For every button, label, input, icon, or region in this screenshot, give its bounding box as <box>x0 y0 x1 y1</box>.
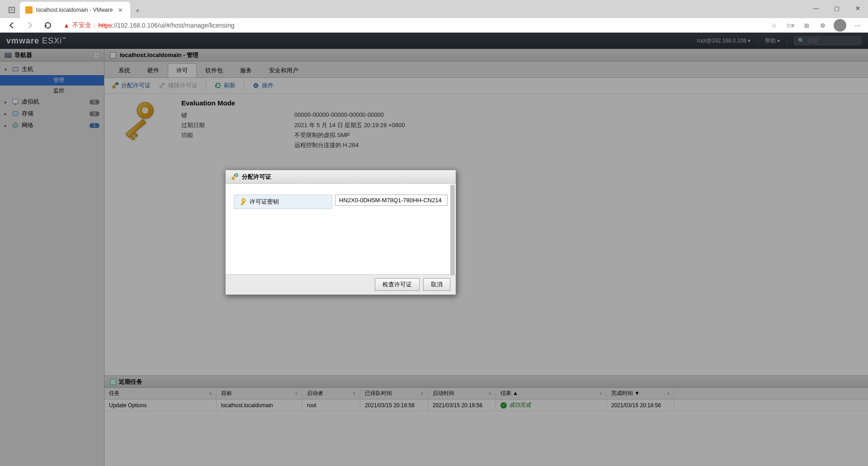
svg-point-8 <box>113 86 115 88</box>
profile-avatar[interactable] <box>834 19 846 32</box>
dialog-footer: 检查许可证 取消 <box>226 274 456 295</box>
tab-close-button[interactable]: ✕ <box>116 6 125 14</box>
expire-label: 过期日期 <box>181 121 294 129</box>
sidebar-item-network[interactable]: ▸ 网络 1 <box>0 119 104 131</box>
svg-point-15 <box>142 107 149 114</box>
feature-line: 远程控制台连接的 H.264 <box>294 141 359 149</box>
assign-license-button[interactable]: 分配许可证 <box>112 81 151 90</box>
sidebar-collapse-button[interactable]: ▫ <box>94 52 99 58</box>
svg-rect-24 <box>241 202 244 205</box>
features-label: 功能 <box>181 131 294 139</box>
cancel-button[interactable]: 取消 <box>423 278 450 291</box>
svg-rect-0 <box>9 7 14 13</box>
help-menu[interactable]: 帮助 ▾ <box>765 37 780 45</box>
th-completed[interactable]: 完成时间 ▼▾ <box>607 388 675 399</box>
collections-icon[interactable]: ⊞ <box>801 20 812 31</box>
sidebar: 导航器 ▫ ▾ 主机 管理 监控 ▸ 虚拟机 0 <box>0 49 104 466</box>
sidebar-item-monitor[interactable]: 监控 <box>0 86 104 96</box>
key-icon <box>239 198 246 205</box>
close-window-button[interactable]: ✕ <box>847 0 868 16</box>
refresh-license-button[interactable]: 刷新 <box>214 81 236 90</box>
browser-chrome: localhost.localdomain - VMware ✕ + — ▢ ✕… <box>0 0 868 33</box>
vm-count-badge: 0 <box>90 100 99 105</box>
tab-license[interactable]: 许可 <box>168 63 197 77</box>
address-bar[interactable]: ▲ 不安全 | https://192.168.0.106/ui/#/host/… <box>60 21 763 29</box>
back-button[interactable] <box>5 19 18 32</box>
actions-button[interactable]: 操作 <box>252 81 274 90</box>
tab-hardware[interactable]: 硬件 <box>139 63 168 77</box>
global-search[interactable]: 🔍 ▾ <box>794 36 862 45</box>
favorite-icon[interactable]: ☆ <box>769 20 779 31</box>
tab-bar: localhost.localdomain - VMware ✕ + — ▢ ✕ <box>0 0 868 18</box>
sidebar-item-storage[interactable]: ▸ 存储 0 <box>0 108 104 119</box>
tab-system[interactable]: 系统 <box>110 63 139 77</box>
favorites-list-icon[interactable]: ✩≡ <box>785 20 796 31</box>
svg-point-23 <box>243 200 245 201</box>
tab-services[interactable]: 服务 <box>231 63 260 77</box>
sidebar-item-manage[interactable]: 管理 <box>0 75 104 86</box>
dialog-title-bar[interactable]: 分配许可证 <box>226 170 456 184</box>
th-initiator[interactable]: 启动者▾ <box>302 388 360 399</box>
minimize-button[interactable]: — <box>806 0 826 16</box>
host-icon <box>110 52 116 58</box>
chevron-down-icon: ▾ <box>5 67 9 72</box>
th-queued[interactable]: 已排队时间▾ <box>360 388 428 399</box>
success-icon: ✓ <box>500 402 507 409</box>
th-result[interactable]: 结果 ▲▾ <box>496 388 607 399</box>
vm-icon <box>12 98 19 105</box>
svg-rect-18 <box>133 133 138 137</box>
table-row[interactable]: Update Options localhost.localdomain roo… <box>104 399 868 411</box>
storage-count-badge: 0 <box>90 111 99 116</box>
check-license-button[interactable]: 检查许可证 <box>375 278 420 291</box>
tab-security[interactable]: 安全和用户 <box>260 63 307 77</box>
chevron-right-icon: ▸ <box>5 123 9 128</box>
window-controls: — ▢ ✕ <box>806 0 868 16</box>
vmware-favicon-icon <box>25 6 33 14</box>
svg-rect-12 <box>162 83 165 85</box>
license-toolbar: 分配许可证 移除许可证 刷新 操作 <box>104 78 868 94</box>
insecure-icon: ▲ <box>63 22 70 29</box>
manage-tabs: 系统 硬件 许可 软件包 服务 安全和用户 <box>104 62 868 78</box>
svg-rect-4 <box>13 99 18 104</box>
browser-tab[interactable]: localhost.localdomain - VMware ✕ <box>20 2 130 18</box>
user-menu[interactable]: root@192.168.0.106 ▾ <box>697 38 750 44</box>
network-count-badge: 1 <box>90 123 99 128</box>
navigator-icon <box>5 52 12 58</box>
tasks-icon <box>110 379 116 385</box>
search-input[interactable] <box>807 38 868 44</box>
dialog-scrollbar[interactable] <box>450 185 455 276</box>
dialog-body: 许可证密钥 <box>226 184 456 274</box>
expire-value: 2021 年 5 月 14 日 星期五 20:19:28 +0800 <box>294 121 405 129</box>
menu-button[interactable]: ⋯ <box>852 20 863 31</box>
license-mode: Evaluation Mode <box>181 99 406 107</box>
nav-bar: ▲ 不安全 | https://192.168.0.106/ui/#/host/… <box>0 18 868 33</box>
breadcrumb: localhost.localdomain - 管理 <box>104 49 868 62</box>
license-key-input[interactable] <box>335 195 448 206</box>
th-task[interactable]: 任务▾ <box>104 388 217 399</box>
forward-button[interactable] <box>24 19 36 32</box>
host-icon <box>12 66 19 73</box>
new-tab-button[interactable]: + <box>130 4 145 18</box>
chevron-right-icon: ▸ <box>5 111 9 116</box>
sidebar-item-vms[interactable]: ▸ 虚拟机 0 <box>0 96 104 108</box>
vmware-logo: vmware ESXi™ <box>6 36 66 46</box>
nav-right: ☆ ✩≡ ⊞ ⚙ ⋯ <box>769 19 863 32</box>
refresh-icon <box>214 82 222 89</box>
th-start[interactable]: 启动时间▾ <box>428 388 496 399</box>
extensions-icon[interactable]: ⚙ <box>817 20 828 31</box>
svg-rect-5 <box>14 104 16 105</box>
esxi-app: vmware ESXi™ root@192.168.0.106 ▾ | 帮助 ▾… <box>0 33 868 466</box>
th-target[interactable]: 目标▾ <box>217 388 302 399</box>
tasks-title[interactable]: 近期任务 <box>104 376 868 388</box>
svg-point-10 <box>116 82 118 85</box>
tab-title: localhost.localdomain - VMware <box>36 7 113 13</box>
license-key-icon <box>113 99 168 140</box>
maximize-button[interactable]: ▢ <box>826 0 847 16</box>
refresh-button[interactable] <box>42 19 54 32</box>
remove-license-button: 移除许可证 <box>159 81 198 90</box>
network-icon <box>12 122 19 129</box>
sidebar-item-host[interactable]: ▾ 主机 <box>0 63 104 75</box>
search-icon: 🔍 <box>798 38 805 44</box>
tab-packages[interactable]: 软件包 <box>197 63 231 77</box>
tab-actions-button[interactable] <box>4 2 20 18</box>
